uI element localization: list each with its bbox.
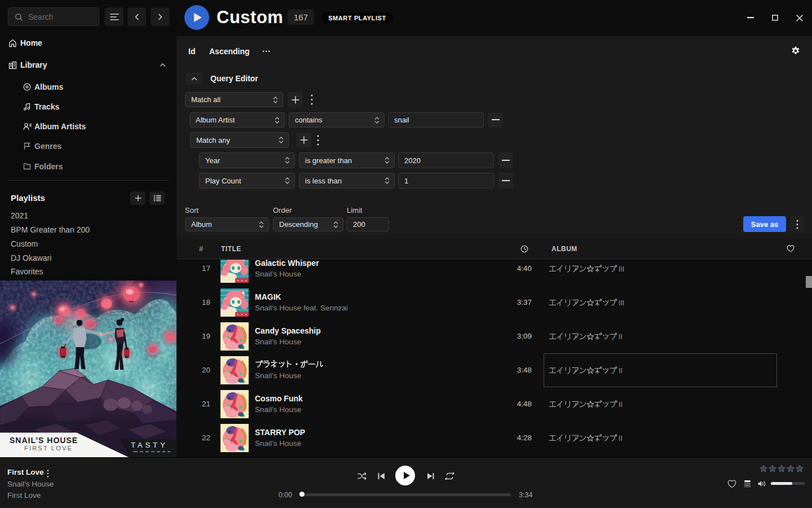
svg-text:II: II <box>619 401 623 409</box>
svg-text:II: II <box>619 435 623 443</box>
svg-text:SNAIL’S HOUSE: SNAIL’S HOUSE <box>10 436 78 445</box>
svg-text:II: II <box>619 367 623 375</box>
svg-text:II: II <box>619 333 623 341</box>
svg-text:TASTY: TASTY <box>131 441 168 449</box>
svg-text:FIRST LOVE: FIRST LOVE <box>24 445 73 452</box>
svg-text:III: III <box>619 299 624 307</box>
svg-text:III: III <box>619 265 624 273</box>
